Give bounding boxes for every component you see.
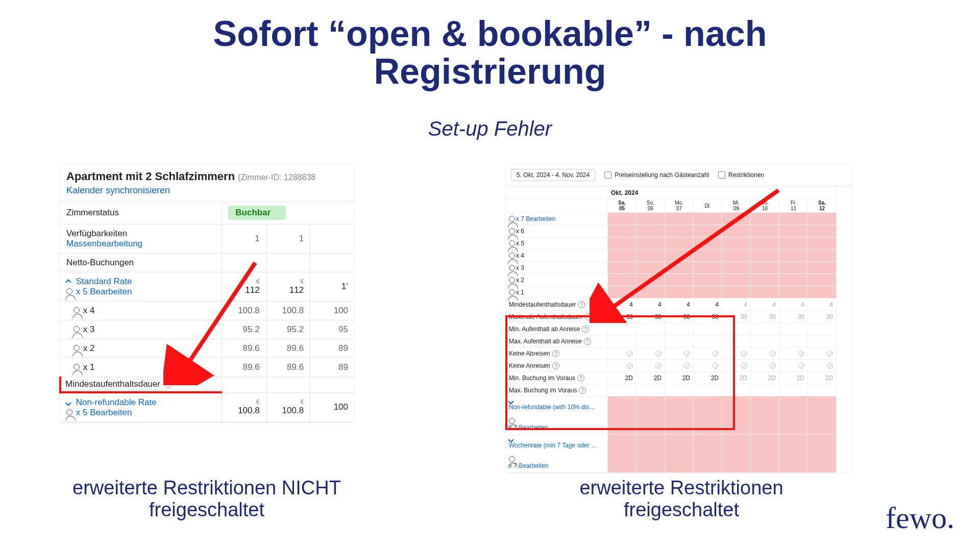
price-cell[interactable]: [722, 237, 751, 249]
price-cell[interactable]: [779, 249, 808, 262]
price-cell[interactable]: [808, 262, 837, 274]
price-cell[interactable]: [665, 213, 694, 225]
price-cell[interactable]: [808, 213, 837, 225]
restrict-cell[interactable]: [751, 335, 779, 347]
price-cell[interactable]: [636, 213, 665, 225]
price-cell[interactable]: [636, 286, 665, 298]
price-cell[interactable]: [808, 237, 837, 249]
restrict-cell[interactable]: [751, 360, 779, 372]
price-cell[interactable]: [694, 286, 722, 298]
price-cell[interactable]: [694, 274, 722, 286]
price-cell[interactable]: [779, 225, 808, 237]
price-cell[interactable]: [722, 286, 751, 298]
price-cell[interactable]: [608, 262, 636, 274]
price-cell[interactable]: [608, 286, 636, 298]
price-cell[interactable]: [751, 262, 779, 274]
price-cell[interactable]: [779, 237, 808, 249]
price-cell[interactable]: [665, 274, 694, 286]
price-cell[interactable]: [722, 225, 751, 237]
price-cell[interactable]: [751, 225, 779, 237]
restrict-cell[interactable]: 4: [694, 298, 722, 311]
price-cell[interactable]: [722, 274, 751, 286]
price-cell[interactable]: [808, 396, 837, 435]
restrict-cell[interactable]: [751, 323, 779, 335]
restrict-cell[interactable]: [779, 335, 808, 347]
price-cell[interactable]: [665, 435, 694, 473]
restrict-cell[interactable]: 4: [665, 298, 694, 311]
price-cell[interactable]: [694, 435, 722, 473]
restrict-cell[interactable]: [808, 347, 837, 360]
restrict-cell[interactable]: [808, 384, 837, 396]
nonref-rate-link[interactable]: Non-refundable Rate: [76, 397, 157, 407]
price-cell[interactable]: [608, 435, 636, 473]
price-cell[interactable]: [636, 249, 665, 262]
price-cell[interactable]: [694, 262, 722, 274]
restrict-cell[interactable]: [751, 347, 779, 360]
price-cell[interactable]: [808, 435, 837, 473]
edit-x7-link[interactable]: x 7 Bearbeiten: [506, 213, 608, 225]
price-cell[interactable]: [694, 213, 722, 225]
price-cell[interactable]: [665, 286, 694, 298]
price-cell[interactable]: [779, 435, 808, 473]
restrict-cell[interactable]: 4: [608, 298, 636, 311]
price-cell[interactable]: [636, 237, 665, 249]
price-cell[interactable]: [779, 213, 808, 225]
price-cell[interactable]: [808, 274, 837, 286]
price-cell[interactable]: [779, 396, 808, 435]
restrict-cell[interactable]: [779, 384, 808, 396]
restrict-cell[interactable]: [779, 323, 808, 335]
price-cell[interactable]: [608, 213, 636, 225]
price-cell[interactable]: [779, 274, 808, 286]
restrict-cell[interactable]: 30: [751, 311, 779, 323]
restrict-cell[interactable]: 30: [779, 311, 808, 323]
restrict-cell[interactable]: 4: [808, 298, 837, 311]
price-cell[interactable]: [722, 249, 751, 262]
restrict-cell[interactable]: 30: [808, 311, 837, 323]
restrict-cell[interactable]: 2D: [779, 372, 808, 384]
price-cell[interactable]: [665, 249, 694, 262]
restrict-cell[interactable]: [779, 360, 808, 372]
price-cell[interactable]: [608, 249, 636, 262]
standard-rate-link[interactable]: Standard Rate: [76, 277, 132, 286]
restrict-cell[interactable]: 4: [751, 298, 779, 311]
price-cell[interactable]: [636, 262, 665, 274]
restrictions-checkbox[interactable]: Restriktionen: [718, 171, 764, 179]
restrict-cell[interactable]: [808, 360, 837, 372]
price-cell[interactable]: [608, 225, 636, 237]
restrict-cell[interactable]: 4: [636, 298, 665, 311]
price-cell[interactable]: [751, 286, 779, 298]
price-cell[interactable]: [694, 225, 722, 237]
price-cell[interactable]: [751, 435, 779, 473]
price-cell[interactable]: [665, 262, 694, 274]
date-range-field[interactable]: 5. Okt. 2024 - 4. Nov. 2024: [511, 169, 595, 181]
restrict-cell[interactable]: [779, 347, 808, 360]
restrict-cell[interactable]: [751, 384, 779, 396]
price-cell[interactable]: [779, 262, 808, 274]
price-cell[interactable]: [722, 435, 751, 473]
price-cell[interactable]: [665, 237, 694, 249]
price-cell[interactable]: [608, 274, 636, 286]
restrict-cell[interactable]: [808, 323, 837, 335]
sync-calendar-link[interactable]: Kalender synchronisieren: [59, 185, 354, 201]
restrict-cell[interactable]: [808, 335, 837, 347]
price-cell[interactable]: [751, 396, 779, 435]
restrict-cell[interactable]: 2D: [751, 372, 779, 384]
help-icon[interactable]: ?: [165, 381, 172, 388]
chevron-up-icon[interactable]: [65, 279, 71, 285]
mass-edit-link[interactable]: Massenbearbeitung: [66, 239, 215, 249]
edit-x5-link[interactable]: x 5 Bearbeiten: [76, 408, 132, 417]
price-cell[interactable]: [751, 274, 779, 286]
price-cell[interactable]: [665, 225, 694, 237]
restrict-cell[interactable]: 4: [779, 298, 808, 311]
guests-checkbox[interactable]: Preiseinstellung nach Gästeanzahl: [604, 171, 709, 179]
restrict-cell[interactable]: 4: [722, 298, 751, 311]
price-cell[interactable]: [636, 274, 665, 286]
price-cell[interactable]: [636, 435, 665, 473]
price-cell[interactable]: [779, 286, 808, 298]
edit-x5-link[interactable]: x 5 Bearbeiten: [76, 287, 132, 296]
price-cell[interactable]: [808, 286, 837, 298]
price-cell[interactable]: [722, 213, 751, 225]
price-cell[interactable]: [636, 225, 665, 237]
chevron-down-icon[interactable]: [65, 400, 71, 406]
price-cell[interactable]: [808, 225, 837, 237]
